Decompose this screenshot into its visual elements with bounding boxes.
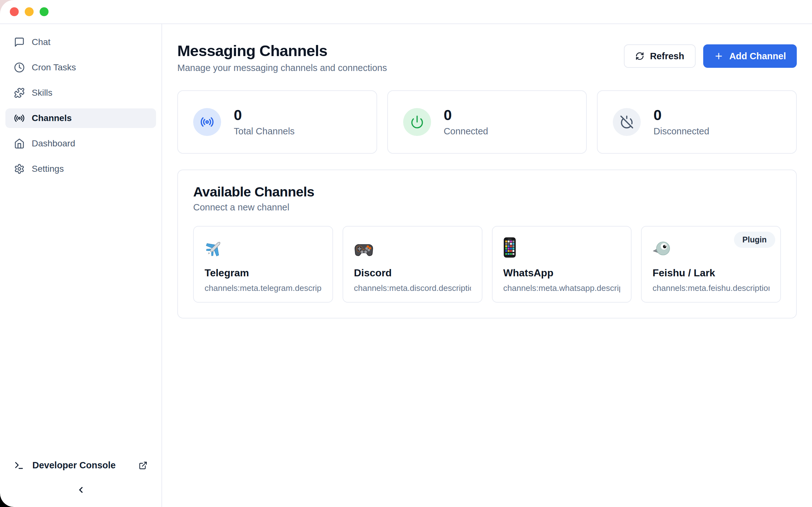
stat-card-total-channels: 0 Total Channels (177, 90, 377, 154)
add-channel-button[interactable]: Add Channel (703, 44, 797, 68)
sidebar-item-label: Skills (32, 88, 52, 98)
channel-name: Discord (354, 267, 471, 279)
zoom-button[interactable] (40, 7, 49, 16)
airplane-emoji (205, 237, 322, 258)
stat-text: 0 Total Channels (234, 108, 295, 136)
refresh-button[interactable]: Refresh (624, 44, 696, 68)
gear-icon (14, 164, 25, 174)
sidebar-item-label: Cron Tasks (32, 62, 76, 72)
sidebar-item-skills[interactable]: Skills (5, 83, 156, 103)
sidebar: Chat Cron Tasks Skills Channels Dashboar (0, 24, 162, 507)
page-subtitle: Manage your messaging channels and conne… (177, 63, 387, 73)
stat-value: 0 (444, 108, 488, 122)
stat-card-disconnected: 0 Disconnected (597, 90, 797, 154)
radio-icon (14, 113, 25, 124)
stats-row: 0 Total Channels 0 Connected (177, 90, 797, 154)
stat-text: 0 Disconnected (653, 108, 709, 136)
channel-name: Feishu / Lark (653, 267, 769, 279)
page-title: Messaging Channels (177, 42, 387, 60)
sidebar-collapse-button[interactable] (70, 483, 92, 498)
developer-console-label: Developer Console (32, 460, 131, 470)
puzzle-icon (14, 88, 25, 98)
sidebar-item-dashboard[interactable]: Dashboard (5, 134, 156, 153)
sidebar-bottom: Developer Console (5, 460, 156, 498)
sidebar-item-label: Channels (32, 113, 72, 123)
sidebar-item-chat[interactable]: Chat (5, 32, 156, 52)
plus-icon (714, 51, 723, 61)
channel-description: channels:meta.discord.description (354, 283, 471, 293)
channel-card-feishu[interactable]: Plugin Feishu / Lark channels:meta. (641, 226, 781, 302)
sidebar-item-label: Settings (32, 164, 64, 174)
channel-card-telegram[interactable]: Telegram channels:meta.telegram.descript… (193, 226, 333, 302)
refresh-button-label: Refresh (650, 51, 684, 61)
available-channels-title: Available Channels (193, 184, 781, 200)
page-header: Messaging Channels Manage your messaging… (177, 42, 797, 73)
stat-label: Total Channels (234, 126, 295, 136)
page-header-text: Messaging Channels Manage your messaging… (177, 42, 387, 73)
channel-description: channels:meta.feishu.description (653, 283, 769, 293)
app-window: Chat Cron Tasks Skills Channels Dashboar (0, 0, 812, 507)
available-channels-panel: Available Channels Connect a new channel (177, 170, 797, 319)
close-button[interactable] (10, 7, 19, 16)
minimize-button[interactable] (25, 7, 34, 16)
sidebar-item-label: Dashboard (32, 138, 75, 149)
chat-bubble-icon (14, 37, 25, 48)
channel-card-discord[interactable]: Discord channels:meta.discord.descriptio… (343, 226, 483, 302)
channel-grid: Telegram channels:meta.telegram.descript… (193, 226, 781, 302)
smartphone-emoji (503, 237, 620, 258)
sidebar-item-channels[interactable]: Channels (5, 108, 156, 128)
clock-icon (14, 62, 25, 73)
sidebar-item-settings[interactable]: Settings (5, 159, 156, 179)
content-row: Chat Cron Tasks Skills Channels Dashboar (0, 24, 812, 507)
radio-icon (193, 108, 221, 136)
titlebar (0, 0, 812, 24)
stat-value: 0 (653, 108, 709, 122)
plugin-badge: Plugin (734, 232, 775, 248)
power-off-icon (613, 108, 641, 136)
chevron-left-icon (76, 485, 86, 495)
power-icon (403, 108, 431, 136)
channel-description: channels:meta.telegram.description (205, 283, 322, 293)
stat-text: 0 Connected (444, 108, 488, 136)
main-content: Messaging Channels Manage your messaging… (162, 24, 812, 507)
terminal-icon (14, 460, 24, 470)
available-channels-subtitle: Connect a new channel (193, 202, 781, 213)
gamepad-emoji (354, 237, 471, 258)
stat-label: Connected (444, 126, 488, 136)
stat-card-connected: 0 Connected (387, 90, 587, 154)
external-link-icon (139, 461, 148, 470)
sidebar-nav: Chat Cron Tasks Skills Channels Dashboar (5, 32, 156, 460)
refresh-icon (635, 52, 644, 60)
developer-console-link[interactable]: Developer Console (5, 460, 156, 470)
channel-name: WhatsApp (503, 267, 620, 279)
add-channel-button-label: Add Channel (729, 51, 786, 61)
sidebar-item-label: Chat (32, 37, 50, 47)
stat-label: Disconnected (653, 126, 709, 136)
home-icon (14, 138, 25, 149)
header-actions: Refresh Add Channel (624, 44, 797, 68)
channel-name: Telegram (205, 267, 322, 279)
channel-description: channels:meta.whatsapp.description (503, 283, 620, 293)
stat-value: 0 (234, 108, 295, 122)
sidebar-item-cron-tasks[interactable]: Cron Tasks (5, 58, 156, 77)
channel-card-whatsapp[interactable]: WhatsApp channels:meta.whatsapp.descript… (492, 226, 632, 302)
